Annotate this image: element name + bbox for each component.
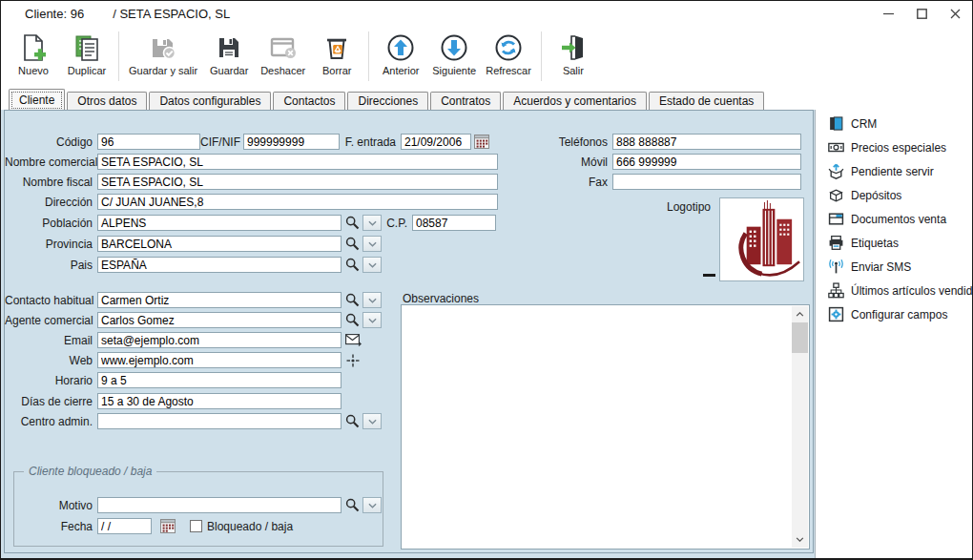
calendar-icon[interactable] [159,518,176,534]
save-and-exit-button[interactable]: Guardar y salir [124,29,202,76]
minimize-button[interactable] [872,1,905,26]
search-icon[interactable] [343,312,361,328]
sidebar-item-etiquetas[interactable]: Etiquetas [816,231,972,255]
telefonos-input[interactable] [612,134,801,150]
tab-contactos[interactable]: Contactos [273,92,345,110]
dropdown-button[interactable] [362,236,382,252]
cp-input[interactable] [412,215,496,231]
search-icon[interactable] [343,236,361,252]
chevron-down-icon [368,298,377,303]
tab-contratos[interactable]: Contratos [430,92,501,110]
window-document-icon [828,211,844,227]
maximize-button[interactable] [905,1,939,26]
pais-label: Pais [5,259,97,272]
horario-input[interactable] [97,372,342,388]
chevron-down-icon [368,318,377,323]
dropdown-button[interactable] [362,413,382,429]
undo-button[interactable]: Deshacer [256,29,310,76]
book-icon [828,115,844,132]
search-icon[interactable] [343,497,361,513]
direccion-input[interactable] [97,194,498,210]
next-button[interactable]: Siguiente [427,29,481,76]
dropdown-button[interactable] [362,312,382,328]
web-input[interactable] [97,352,342,368]
search-icon[interactable] [343,257,361,273]
main-area: Código CIF/NIF F. entrada Teléfonos [1,110,972,558]
logotipo-remove-button[interactable] [703,274,715,277]
horario-label: Horario [5,374,97,387]
observaciones-textarea[interactable] [401,304,810,550]
nombre-fiscal-input[interactable] [97,174,498,190]
refresh-icon [493,32,524,63]
scrollbar-thumb[interactable] [792,322,808,353]
sidebar-item-ultimos-articulos[interactable]: Últimos artículos vendidos [816,279,972,302]
provincia-input[interactable] [97,236,342,252]
dropdown-button[interactable] [362,497,382,513]
tab-acuerdos[interactable]: Acuerdos y comentarios [503,92,647,110]
duplicate-button[interactable]: Duplicar [60,29,114,76]
send-email-icon[interactable] [343,332,362,348]
bloqueado-checkbox[interactable] [190,520,202,532]
field-row: Móvil [520,154,801,170]
field-row: Días de cierre [5,393,342,409]
app-window: Cliente: 96 / SETA ESPACIO, SL Nuevo [0,0,973,560]
sidebar-item-enviar-sms[interactable]: Enviar SMS [816,255,972,279]
search-icon[interactable] [343,413,361,429]
logotipo-image[interactable] [719,197,804,281]
poblacion-input[interactable] [97,215,342,231]
previous-button[interactable]: Anterior [374,29,427,76]
tab-datos-configurables[interactable]: Datos configurables [149,92,271,110]
dias-cierre-label: Días de cierre [5,395,97,408]
sidebar-item-precios-especiales[interactable]: Precios especiales [816,135,972,159]
codigo-input[interactable] [97,134,200,150]
cif-input[interactable] [243,134,340,150]
dropdown-button[interactable] [362,292,382,308]
cp-label: C.P. [382,217,412,230]
new-button[interactable]: Nuevo [7,29,60,76]
toolbar-separator [118,31,119,81]
email-input[interactable] [97,332,342,348]
sidebar-item-depositos[interactable]: Depósitos [816,183,972,207]
tab-estado-cuentas[interactable]: Estado de cuentas [649,92,764,110]
tab-direcciones[interactable]: Direcciones [347,92,428,110]
nombre-fiscal-label: Nombre fiscal [5,176,97,189]
nombre-comercial-input[interactable] [97,154,498,170]
f-entrada-label: F. entrada [340,135,401,149]
field-row: Contacto habitual [5,292,382,308]
scroll-up-icon[interactable] [792,306,808,322]
observaciones-scrollbar[interactable] [792,306,808,548]
agente-comercial-input[interactable] [97,312,342,328]
fax-input[interactable] [612,174,801,190]
sidebar-item-pendiente-servir[interactable]: Pendiente servir [816,159,972,183]
tab-cliente[interactable]: Cliente [9,89,65,110]
f-entrada-input[interactable] [401,134,471,150]
save-button[interactable]: Guardar [202,29,256,76]
field-row: Población C.P. [5,215,496,231]
exit-button[interactable]: Salir [547,29,600,76]
tab-otros-datos[interactable]: Otros datos [67,92,147,110]
scroll-down-icon[interactable] [792,531,808,548]
codigo-label: Código [5,135,97,149]
dropdown-button[interactable] [362,215,382,231]
pais-input[interactable] [97,257,342,273]
motivo-input[interactable] [97,497,342,513]
go-to-web-icon[interactable] [343,352,362,368]
dias-cierre-input[interactable] [97,393,342,409]
dropdown-button[interactable] [362,257,382,273]
refresh-button[interactable]: Refrescar [481,29,536,76]
sidebar-item-crm[interactable]: CRM [816,112,972,135]
sidebar-item-documentos-venta[interactable]: Documentos venta [816,207,972,231]
contacto-habitual-input[interactable] [97,292,342,308]
centro-admin-input[interactable] [97,413,342,429]
delete-button[interactable]: Borrar [310,29,363,76]
calendar-icon[interactable] [473,134,490,150]
sidebar-item-configurar-campos[interactable]: Configurar campos [816,302,972,326]
movil-input[interactable] [612,154,801,170]
logotipo-row: Logotipo [577,198,735,215]
search-icon[interactable] [343,215,361,231]
fecha-input[interactable] [97,518,152,534]
search-icon[interactable] [343,292,361,308]
gear-window-icon [828,306,844,322]
duplicate-icon [72,32,102,63]
close-button[interactable] [939,1,972,26]
